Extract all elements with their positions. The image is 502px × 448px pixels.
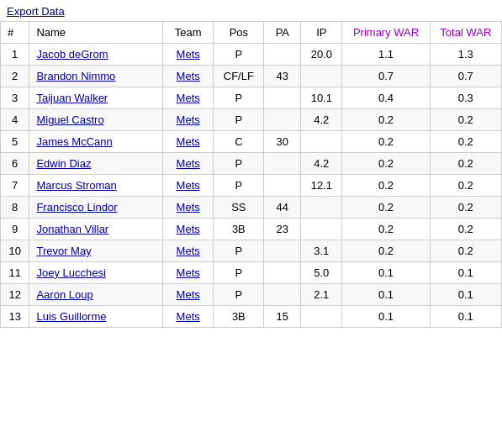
table-row: 5James McCannMetsC300.20.2 bbox=[1, 131, 502, 153]
cell-pa bbox=[264, 44, 301, 66]
cell-name[interactable]: Marcus Stroman bbox=[29, 175, 163, 197]
cell-num: 5 bbox=[1, 131, 29, 153]
cell-twar: 0.2 bbox=[430, 109, 501, 131]
cell-twar: 0.2 bbox=[430, 153, 501, 175]
cell-name[interactable]: Aaron Loup bbox=[29, 284, 163, 306]
cell-pwar: 0.2 bbox=[342, 219, 430, 240]
table-row: 2Brandon NimmoMetsCF/LF430.70.7 bbox=[1, 66, 502, 87]
cell-pwar: 1.1 bbox=[342, 44, 430, 66]
cell-name[interactable]: Joey Lucchesi bbox=[29, 262, 163, 284]
data-table: # Name Team Pos PA IP Primary WAR Total … bbox=[0, 21, 502, 328]
cell-pwar: 0.1 bbox=[342, 262, 430, 284]
cell-team[interactable]: Mets bbox=[163, 197, 214, 219]
cell-pos: CF/LF bbox=[214, 66, 264, 87]
cell-name[interactable]: Brandon Nimmo bbox=[29, 66, 163, 87]
cell-pa: 15 bbox=[264, 306, 301, 328]
cell-team[interactable]: Mets bbox=[163, 262, 214, 284]
cell-team[interactable]: Mets bbox=[163, 44, 214, 66]
export-link[interactable]: Export Data bbox=[0, 0, 502, 21]
cell-num: 3 bbox=[1, 87, 29, 109]
cell-num: 9 bbox=[1, 219, 29, 240]
cell-pwar: 0.4 bbox=[342, 87, 430, 109]
cell-pos: P bbox=[214, 284, 264, 306]
cell-name[interactable]: Edwin Diaz bbox=[29, 153, 163, 175]
col-header-name: Name bbox=[29, 22, 163, 44]
cell-team[interactable]: Mets bbox=[163, 87, 214, 109]
cell-twar: 0.2 bbox=[430, 131, 501, 153]
cell-pos: 3B bbox=[214, 219, 264, 240]
cell-pa: 43 bbox=[264, 66, 301, 87]
cell-pos: C bbox=[214, 131, 264, 153]
cell-ip: 4.2 bbox=[301, 153, 342, 175]
cell-pwar: 0.7 bbox=[342, 66, 430, 87]
cell-pa: 23 bbox=[264, 219, 301, 240]
cell-ip: 20.0 bbox=[301, 44, 342, 66]
cell-num: 10 bbox=[1, 240, 29, 262]
cell-num: 8 bbox=[1, 197, 29, 219]
cell-twar: 0.2 bbox=[430, 240, 501, 262]
cell-team[interactable]: Mets bbox=[163, 66, 214, 87]
table-row: 13Luis GuillormeMets3B150.10.1 bbox=[1, 306, 502, 328]
cell-name[interactable]: Miguel Castro bbox=[29, 109, 163, 131]
cell-num: 6 bbox=[1, 153, 29, 175]
cell-name[interactable]: Francisco Lindor bbox=[29, 197, 163, 219]
cell-pwar: 0.2 bbox=[342, 153, 430, 175]
cell-pos: P bbox=[214, 87, 264, 109]
cell-num: 1 bbox=[1, 44, 29, 66]
cell-pos: P bbox=[214, 44, 264, 66]
cell-name[interactable]: Luis Guillorme bbox=[29, 306, 163, 328]
cell-num: 13 bbox=[1, 306, 29, 328]
cell-ip: 4.2 bbox=[301, 109, 342, 131]
cell-name[interactable]: Taijuan Walker bbox=[29, 87, 163, 109]
col-header-pwar: Primary WAR bbox=[342, 22, 430, 44]
cell-team[interactable]: Mets bbox=[163, 306, 214, 328]
cell-pwar: 0.2 bbox=[342, 175, 430, 197]
cell-team[interactable]: Mets bbox=[163, 175, 214, 197]
col-header-ip: IP bbox=[301, 22, 342, 44]
cell-name[interactable]: James McCann bbox=[29, 131, 163, 153]
cell-team[interactable]: Mets bbox=[163, 109, 214, 131]
col-header-pa: PA bbox=[264, 22, 301, 44]
cell-name[interactable]: Jonathan Villar bbox=[29, 219, 163, 240]
cell-twar: 0.2 bbox=[430, 219, 501, 240]
cell-num: 2 bbox=[1, 66, 29, 87]
col-header-twar: Total WAR bbox=[430, 22, 501, 44]
cell-pwar: 0.2 bbox=[342, 109, 430, 131]
cell-name[interactable]: Jacob deGrom bbox=[29, 44, 163, 66]
cell-pos: P bbox=[214, 175, 264, 197]
table-row: 6Edwin DiazMetsP4.20.20.2 bbox=[1, 153, 502, 175]
cell-twar: 1.3 bbox=[430, 44, 501, 66]
cell-pa bbox=[264, 284, 301, 306]
table-row: 3Taijuan WalkerMetsP10.10.40.3 bbox=[1, 87, 502, 109]
cell-num: 4 bbox=[1, 109, 29, 131]
cell-team[interactable]: Mets bbox=[163, 153, 214, 175]
cell-team[interactable]: Mets bbox=[163, 219, 214, 240]
table-row: 1Jacob deGromMetsP20.01.11.3 bbox=[1, 44, 502, 66]
cell-pos: P bbox=[214, 153, 264, 175]
cell-ip: 10.1 bbox=[301, 87, 342, 109]
cell-pos: P bbox=[214, 262, 264, 284]
cell-pwar: 0.1 bbox=[342, 306, 430, 328]
cell-pwar: 0.2 bbox=[342, 131, 430, 153]
cell-pa bbox=[264, 153, 301, 175]
table-row: 12Aaron LoupMetsP2.10.10.1 bbox=[1, 284, 502, 306]
cell-twar: 0.1 bbox=[430, 306, 501, 328]
table-row: 9Jonathan VillarMets3B230.20.2 bbox=[1, 219, 502, 240]
cell-team[interactable]: Mets bbox=[163, 131, 214, 153]
table-row: 10Trevor MayMetsP3.10.20.2 bbox=[1, 240, 502, 262]
cell-ip bbox=[301, 66, 342, 87]
cell-twar: 0.3 bbox=[430, 87, 501, 109]
cell-team[interactable]: Mets bbox=[163, 240, 214, 262]
cell-pos: P bbox=[214, 109, 264, 131]
cell-pa bbox=[264, 109, 301, 131]
cell-pa bbox=[264, 175, 301, 197]
cell-team[interactable]: Mets bbox=[163, 284, 214, 306]
cell-name[interactable]: Trevor May bbox=[29, 240, 163, 262]
cell-ip: 2.1 bbox=[301, 284, 342, 306]
cell-pwar: 0.2 bbox=[342, 197, 430, 219]
cell-pa bbox=[264, 240, 301, 262]
col-header-pos: Pos bbox=[214, 22, 264, 44]
cell-pos: 3B bbox=[214, 306, 264, 328]
cell-twar: 0.1 bbox=[430, 284, 501, 306]
cell-ip bbox=[301, 197, 342, 219]
